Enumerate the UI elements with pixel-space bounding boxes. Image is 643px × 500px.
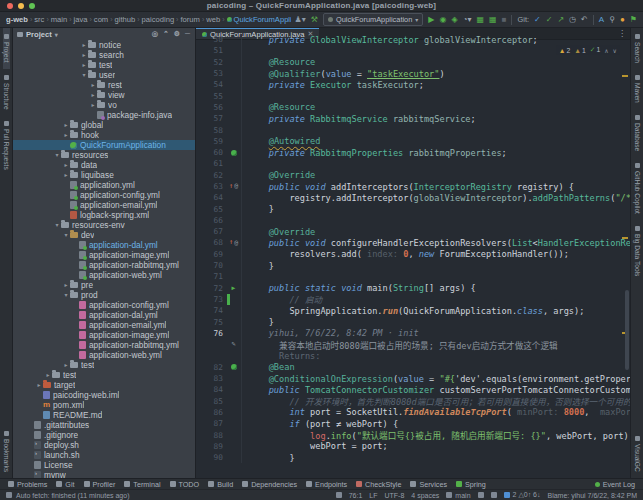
code-line[interactable]: 68↑@ public void configureHandlerExcepti…: [196, 237, 630, 248]
chevron-open-icon[interactable]: ▾: [62, 232, 70, 238]
tree-item[interactable]: ▸notice: [13, 40, 195, 50]
code-line[interactable]: 88 log.info("默认端口号{}被占用, 随机启用新端口号: {}", …: [196, 429, 630, 440]
chevron-closed-icon[interactable]: ▸: [35, 382, 43, 388]
chevron-closed-icon[interactable]: ▸: [62, 362, 70, 368]
line-number[interactable]: 74: [196, 306, 226, 315]
update-project-button[interactable]: ✓: [534, 16, 541, 24]
next-issue-icon[interactable]: ∨: [613, 47, 617, 54]
chevron-closed-icon[interactable]: ▸: [44, 372, 52, 378]
tree-item[interactable]: ▸data: [13, 160, 195, 170]
code-line[interactable]: 52 @Resource: [196, 57, 630, 68]
run-gutter-icon[interactable]: ▶: [232, 285, 236, 292]
tree-item[interactable]: mvnw: [13, 470, 195, 478]
chevron-closed-icon[interactable]: ▸: [89, 82, 97, 88]
breadcrumb-item[interactable]: paicoding: [142, 15, 175, 24]
code-line[interactable]: 70 }: [196, 260, 630, 271]
line-number[interactable]: 90: [196, 453, 226, 462]
code-line[interactable]: 59 @Autowired: [196, 136, 630, 147]
hide-icon[interactable]: ─: [184, 30, 191, 38]
coverage-button[interactable]: ◈: [452, 16, 458, 24]
stop-button[interactable]: ■: [502, 16, 507, 24]
line-number[interactable]: 86: [196, 408, 226, 417]
code-line[interactable]: Returns:: [196, 350, 630, 361]
line-number[interactable]: 87: [196, 419, 226, 428]
line-number[interactable]: 85: [196, 397, 226, 406]
status-item[interactable]: 4 spaces: [411, 492, 439, 499]
commit-button[interactable]: ✓: [546, 16, 553, 24]
chevron-open-icon[interactable]: ▾: [53, 152, 61, 158]
line-number[interactable]: 62: [196, 171, 226, 180]
toolwindow-button-checkstyle[interactable]: CheckStyle: [356, 480, 401, 489]
code-line[interactable]: 60 private RabbitmqProperties rabbitmqPr…: [196, 147, 630, 158]
chevron-closed-icon[interactable]: ▸: [89, 92, 97, 98]
build-hammer-icon[interactable]: ⚒: [311, 16, 318, 24]
status-item[interactable]: Blame: yihui 7/6/22, 8:42 PM: [548, 492, 638, 499]
chevron-open-icon[interactable]: ▾: [62, 292, 70, 298]
code-area[interactable]: 50 private GlobalViewInterceptor globalV…: [196, 34, 630, 463]
inspections-widget[interactable]: ▲2 ▲1 ✓1 ∧ ∨: [556, 45, 620, 55]
profiler-button[interactable]: ◔▾: [463, 16, 472, 24]
tree-item[interactable]: application-email.yml: [13, 200, 195, 210]
line-number[interactable]: 51: [196, 46, 226, 55]
status-item-branch[interactable]: main: [446, 492, 470, 499]
collapse-all-icon[interactable]: ⌃: [162, 30, 170, 38]
spring-bean-icon[interactable]: [231, 364, 237, 370]
notification-flag-icon[interactable]: ⚑: [630, 16, 637, 24]
code-line[interactable]: ✎ 兼容本地启动时8080端口被占用的场景; 只有dev启动方式才做这个逻辑: [196, 339, 630, 350]
tree-item[interactable]: application-config.yml: [13, 300, 195, 310]
line-number[interactable]: 58: [196, 126, 226, 135]
chevron-closed-icon[interactable]: ▸: [89, 102, 97, 108]
run-button[interactable]: ▶: [428, 16, 434, 24]
line-number[interactable]: 55: [196, 92, 226, 101]
code-line[interactable]: 73 // 启动: [196, 294, 630, 305]
line-number[interactable]: 63: [196, 182, 226, 191]
tree-item[interactable]: ▸view: [13, 90, 195, 100]
translate-icon[interactable]: A: [599, 16, 604, 24]
chevron-down-icon[interactable]: ▾: [55, 31, 58, 38]
code-line[interactable]: 85 // 开发环境时，首先判断8080d端口是否可用；若可用则直接使用，否则选…: [196, 396, 630, 407]
tree-item[interactable]: ▸global: [13, 120, 195, 130]
tree-item[interactable]: application-rabbitmq.yml: [13, 260, 195, 270]
code-line[interactable]: 62 @Override: [196, 170, 630, 181]
tree-item[interactable]: .gitignore: [13, 430, 195, 440]
tree-item[interactable]: application-rabbitmq.yml: [13, 340, 195, 350]
breadcrumb-item[interactable]: g-web: [6, 15, 28, 24]
toolwindow-button-spring[interactable]: Spring: [456, 480, 486, 489]
tree-item[interactable]: application-image.yml: [13, 330, 195, 340]
line-number[interactable]: 88: [196, 431, 226, 440]
override-icon[interactable]: ↑: [229, 239, 233, 246]
tool-window-button-pull-requests[interactable]: Pull Requests: [3, 115, 10, 176]
chevron-closed-icon[interactable]: ▸: [62, 282, 70, 288]
tree-item[interactable]: QuickForumApplication: [13, 140, 195, 150]
tree-item[interactable]: application-image.yml: [13, 250, 195, 260]
code-line[interactable]: 58: [196, 124, 630, 135]
breadcrumb-item[interactable]: main: [51, 15, 67, 24]
line-number[interactable]: 75: [196, 318, 226, 327]
line-number[interactable]: 53: [196, 69, 226, 78]
line-number[interactable]: 70: [196, 261, 226, 270]
history-button[interactable]: ◷: [569, 16, 576, 24]
line-number[interactable]: 69: [196, 250, 226, 259]
code-line[interactable]: 56 @Resource: [196, 102, 630, 113]
tool-window-button-maven[interactable]: Maven: [634, 69, 641, 109]
tree-item[interactable]: .gitattributes: [13, 420, 195, 430]
line-number[interactable]: 54: [196, 80, 226, 89]
line-number[interactable]: 83: [196, 374, 226, 383]
line-number[interactable]: 68: [196, 238, 226, 247]
tree-item[interactable]: application-dal.yml: [13, 310, 195, 320]
toolwindow-button-git[interactable]: Git: [56, 480, 74, 489]
tree-item[interactable]: ▾dev: [13, 230, 195, 240]
chevron-closed-icon[interactable]: ▸: [80, 62, 88, 68]
tree-item[interactable]: ▾resources-env: [13, 220, 195, 230]
annotation-gutter-icon[interactable]: @: [234, 240, 238, 247]
code-line[interactable]: 63↑@ public void addInterceptors(Interce…: [196, 181, 630, 192]
line-number[interactable]: 73: [196, 295, 226, 304]
tool-window-button-structure[interactable]: Structure: [3, 69, 10, 116]
tree-item[interactable]: application-dal.yml: [13, 240, 195, 250]
toolwindow-button-endpoints[interactable]: Endpoints: [306, 480, 347, 489]
tree-item[interactable]: ▾resources: [13, 150, 195, 160]
tree-item[interactable]: README.md: [13, 410, 195, 420]
line-number[interactable]: 89: [196, 442, 226, 451]
tool-window-button-bookmarks[interactable]: Bookmarks: [3, 425, 10, 478]
line-number[interactable]: 71: [196, 272, 226, 281]
